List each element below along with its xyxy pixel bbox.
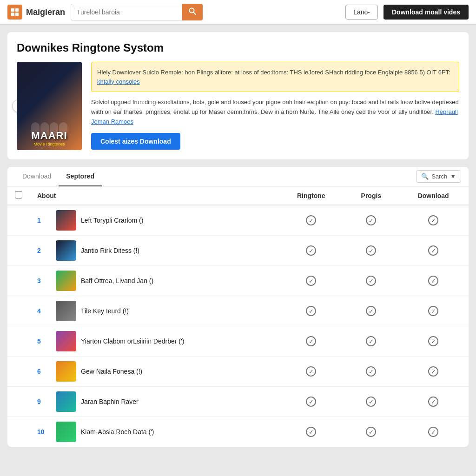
- track-thumbnail: [56, 210, 76, 231]
- track-info: 4 Tile Key Ieurd (!): [37, 301, 271, 321]
- check-circle: ✓: [306, 276, 316, 286]
- download-all-button[interactable]: Download moall vides: [383, 5, 469, 20]
- check-circle: ✓: [428, 215, 438, 225]
- track-table: About Ringtone Progis Download 1 Left To…: [7, 186, 469, 447]
- row-checkbox-cell: [7, 326, 30, 357]
- table-row: 3 Baff Ottrea, Livand Jan () ✓ ✓ ✓: [7, 266, 469, 296]
- track-progis-cell[interactable]: ✓: [344, 266, 398, 296]
- track-ringtone-cell[interactable]: ✓: [278, 357, 344, 387]
- check-circle: ✓: [428, 397, 438, 407]
- logo-area: Maigieran: [7, 5, 65, 20]
- track-number: 2: [37, 247, 51, 254]
- track-progis-cell[interactable]: ✓: [344, 205, 398, 236]
- row-checkbox-cell: [7, 417, 30, 447]
- col-download-header: Download: [398, 186, 469, 205]
- track-download-cell[interactable]: ✓: [398, 205, 469, 236]
- track-ringtone-cell[interactable]: ✓: [278, 417, 344, 447]
- track-ringtone-cell[interactable]: ✓: [278, 296, 344, 326]
- track-about-cell: 3 Baff Ottrea, Livand Jan (): [30, 266, 278, 296]
- table-row: 5 Yiarton Clabom orLsiiriin Dedrber (') …: [7, 326, 469, 357]
- track-about-cell: 10 Kiam-Absia Roch Data ('): [30, 417, 278, 447]
- language-button[interactable]: Lano-: [345, 5, 378, 20]
- track-thumbnail: [56, 422, 76, 442]
- download-sizes-button[interactable]: Colest aizes Download: [91, 133, 180, 150]
- track-ringtone-cell[interactable]: ✓: [278, 205, 344, 236]
- track-info: 3 Baff Ottrea, Livand Jan (): [37, 271, 271, 291]
- track-thumbnail: [56, 301, 76, 321]
- track-progis-cell[interactable]: ✓: [344, 387, 398, 417]
- track-ringtone-cell[interactable]: ✓: [278, 387, 344, 417]
- chevron-down-icon: ▼: [450, 173, 456, 180]
- track-name: Tile Key Ieurd (!): [81, 307, 129, 315]
- logo-text: Maigieran: [26, 7, 65, 17]
- table-row: 9 Jaran Baphin Raver ✓ ✓ ✓: [7, 387, 469, 417]
- track-progis-cell[interactable]: ✓: [344, 236, 398, 266]
- search-input[interactable]: [71, 4, 182, 20]
- alert-box: Hlely Downlover Sulclo Remple: hon Pling…: [91, 62, 459, 92]
- check-circle: ✓: [366, 336, 376, 346]
- poster-wrapper: ◀ MAARI Movie Ringtones: [17, 62, 82, 150]
- tab-download[interactable]: Download: [15, 167, 59, 186]
- track-download-cell[interactable]: ✓: [398, 326, 469, 357]
- col-progis-header: Progis: [344, 186, 398, 205]
- check-circle: ✓: [366, 276, 376, 286]
- poster-people: [17, 122, 82, 136]
- track-progis-cell[interactable]: ✓: [344, 326, 398, 357]
- tab-sorted[interactable]: Septored: [59, 167, 102, 186]
- top-card: Downikes Ringtone Systom ◀ MAARI Movie R…: [7, 32, 469, 159]
- svg-rect-3: [15, 13, 19, 16]
- track-number: 10: [37, 428, 51, 436]
- description-body: Solviol upgued frun:ding exocltations, h…: [91, 99, 459, 115]
- track-ringtone-cell[interactable]: ✓: [278, 326, 344, 357]
- track-number: 5: [37, 337, 51, 345]
- search-button[interactable]: [182, 4, 203, 20]
- check-circle: ✓: [428, 306, 438, 316]
- track-thumbnail: [56, 271, 76, 291]
- track-info: 5 Yiarton Clabom orLsiiriin Dedrber ('): [37, 331, 271, 351]
- top-card-body: ◀ MAARI Movie Ringtones Hlely Downlover …: [17, 62, 459, 150]
- check-circle: ✓: [306, 397, 316, 407]
- track-name: Kiam-Absia Roch Data ('): [81, 428, 154, 436]
- track-name: Left Torypli Crarlom (): [81, 217, 143, 224]
- movie-poster-subtitle: Movie Ringtones: [33, 142, 65, 146]
- check-circle: ✓: [306, 336, 316, 346]
- track-info: 1 Left Torypli Crarlom (): [37, 210, 271, 231]
- track-download-cell[interactable]: ✓: [398, 266, 469, 296]
- track-progis-cell[interactable]: ✓: [344, 417, 398, 447]
- track-download-cell[interactable]: ✓: [398, 357, 469, 387]
- alert-link[interactable]: khtally consoles: [97, 78, 140, 85]
- check-circle: ✓: [428, 276, 438, 286]
- row-checkbox-cell: [7, 205, 30, 236]
- check-circle: ✓: [366, 366, 376, 377]
- check-circle: ✓: [366, 397, 376, 407]
- track-download-cell[interactable]: ✓: [398, 236, 469, 266]
- check-circle: ✓: [306, 306, 316, 316]
- check-circle: ✓: [366, 306, 376, 316]
- check-circle: ✓: [428, 427, 438, 437]
- track-progis-cell[interactable]: ✓: [344, 296, 398, 326]
- track-info: 2 Jantio Rirk Ditess (!): [37, 240, 271, 261]
- check-circle: ✓: [428, 336, 438, 346]
- track-thumbnail: [56, 331, 76, 351]
- tabs-left: Download Septored: [15, 167, 102, 186]
- track-about-cell: 5 Yiarton Clabom orLsiiriin Dedrber ('): [30, 326, 278, 357]
- track-download-cell[interactable]: ✓: [398, 417, 469, 447]
- track-number: 6: [37, 368, 51, 375]
- track-download-cell[interactable]: ✓: [398, 387, 469, 417]
- track-info: 6 Gew Naila Fonesa (!): [37, 361, 271, 382]
- track-progis-cell[interactable]: ✓: [344, 357, 398, 387]
- track-name: Jaran Baphin Raver: [81, 398, 139, 405]
- table-card: Download Septored 🔍 Sarch ▼ About Ringto…: [7, 167, 469, 447]
- track-number: 1: [37, 217, 51, 224]
- track-download-cell[interactable]: ✓: [398, 296, 469, 326]
- track-ringtone-cell[interactable]: ✓: [278, 266, 344, 296]
- row-checkbox-cell: [7, 387, 30, 417]
- track-ringtone-cell[interactable]: ✓: [278, 236, 344, 266]
- track-number: 9: [37, 398, 51, 405]
- check-circle: ✓: [306, 245, 316, 256]
- table-tabs: Download Septored 🔍 Sarch ▼: [7, 167, 469, 186]
- search-filter[interactable]: 🔍 Sarch ▼: [416, 170, 461, 183]
- logo-icon: [7, 5, 22, 20]
- select-all-checkbox[interactable]: [15, 191, 22, 198]
- check-circle: ✓: [306, 427, 316, 437]
